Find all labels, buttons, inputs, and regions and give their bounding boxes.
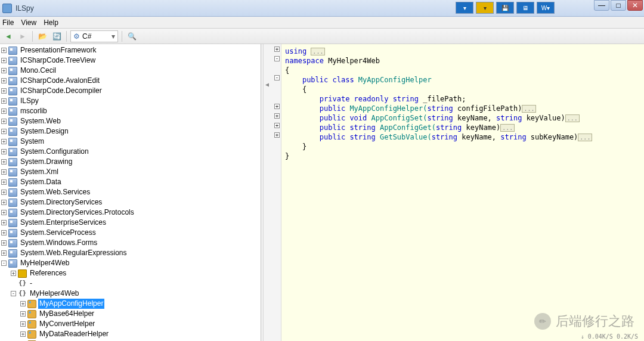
taskbar-save-icon[interactable]: 💾 bbox=[496, 2, 514, 14]
assembly-tree[interactable]: +PresentationFramework+ICSharpCode.TreeV… bbox=[0, 44, 261, 341]
tree-item[interactable]: +ICSharpCode.TreeView bbox=[0, 55, 261, 66]
tree-item[interactable]: -{}MyHelper4Web bbox=[0, 289, 261, 299]
menubar: File View Help bbox=[0, 17, 644, 29]
taskbar-item[interactable]: ▾ bbox=[476, 2, 494, 14]
fold-icon[interactable]: + bbox=[274, 46, 280, 52]
expand-icon[interactable]: + bbox=[1, 58, 7, 63]
expand-icon[interactable]: + bbox=[1, 68, 7, 73]
class-icon bbox=[27, 320, 36, 328]
expand-icon[interactable]: + bbox=[20, 321, 26, 327]
tree-item[interactable]: +System.Windows.Forms bbox=[0, 238, 261, 248]
tree-item[interactable]: +System.Configuration bbox=[0, 147, 261, 157]
expand-icon[interactable]: + bbox=[1, 220, 7, 225]
tree-item[interactable]: {}- bbox=[0, 278, 261, 289]
expand-icon[interactable]: + bbox=[1, 210, 7, 215]
fold-icon[interactable]: - bbox=[274, 56, 280, 61]
tree-item[interactable]: +System.EnterpriseServices bbox=[0, 218, 261, 228]
expand-icon[interactable]: + bbox=[1, 78, 7, 83]
tree-item[interactable]: +MyAppConfigHelper bbox=[0, 299, 261, 309]
expand-icon[interactable]: + bbox=[20, 301, 26, 306]
fold-icon[interactable]: + bbox=[274, 104, 280, 109]
fold-icon[interactable]: + bbox=[274, 113, 280, 119]
tree-item[interactable]: +System.Drawing bbox=[0, 157, 261, 167]
collapse-icon[interactable]: - bbox=[1, 261, 7, 266]
tree-label: mscorlib bbox=[19, 106, 48, 116]
expand-icon[interactable]: + bbox=[1, 149, 7, 154]
tree-item[interactable]: +References bbox=[0, 268, 261, 278]
open-button[interactable]: 📂 bbox=[36, 30, 48, 42]
close-button[interactable]: ✕ bbox=[627, 0, 643, 11]
expand-icon[interactable]: + bbox=[20, 311, 26, 317]
expand-icon[interactable]: + bbox=[1, 159, 7, 165]
expand-icon[interactable]: + bbox=[20, 331, 26, 337]
forward-button[interactable]: ► bbox=[17, 30, 29, 42]
assembly-icon bbox=[8, 219, 17, 227]
tree-label: MyHelper4Web bbox=[29, 289, 80, 299]
tree-item[interactable]: +MyBase64Helper bbox=[0, 309, 261, 319]
tree-item[interactable]: +System.Web.Services bbox=[0, 187, 261, 197]
expand-icon[interactable]: + bbox=[1, 129, 7, 134]
expand-icon[interactable]: + bbox=[1, 48, 7, 53]
assembly-icon bbox=[8, 199, 17, 207]
language-select[interactable]: ⚙ C# ▾ bbox=[70, 30, 118, 42]
tree-item[interactable]: +Mono.Cecil bbox=[0, 66, 261, 76]
assembly-icon bbox=[8, 97, 17, 106]
tree-item[interactable]: +System.DirectoryServices bbox=[0, 197, 261, 207]
taskbar-word-icon[interactable]: W▾ bbox=[537, 2, 555, 14]
tree-item[interactable]: +ICSharpCode.Decompiler bbox=[0, 86, 261, 96]
tree-label: ICSharpCode.Decompiler bbox=[19, 86, 103, 96]
class-icon bbox=[27, 330, 36, 339]
expand-icon[interactable]: + bbox=[1, 190, 7, 195]
menu-help[interactable]: Help bbox=[44, 18, 58, 27]
fold-icon[interactable]: - bbox=[274, 75, 280, 80]
taskbar-item[interactable]: ▾ bbox=[456, 2, 473, 14]
expand-icon[interactable]: + bbox=[1, 250, 7, 256]
expand-icon[interactable]: + bbox=[1, 230, 7, 235]
tree-item[interactable]: +PresentationFramework bbox=[0, 45, 261, 55]
tree-item[interactable]: +System.DirectoryServices.Protocols bbox=[0, 207, 261, 218]
arrow-icon[interactable]: ◀ bbox=[265, 81, 269, 88]
expand-icon[interactable]: + bbox=[11, 271, 16, 276]
window-title: ILSpy bbox=[16, 4, 34, 13]
expand-icon[interactable]: + bbox=[1, 179, 7, 185]
tree-item[interactable]: +MyConvertHelper bbox=[0, 319, 261, 329]
menu-file[interactable]: File bbox=[2, 18, 14, 27]
expand-icon[interactable]: + bbox=[1, 88, 7, 94]
assembly-icon bbox=[8, 46, 17, 55]
tree-item[interactable]: +System.ServiceProcess bbox=[0, 228, 261, 238]
tree-item[interactable]: +System bbox=[0, 137, 261, 147]
menu-view[interactable]: View bbox=[21, 18, 36, 27]
expand-icon[interactable]: + bbox=[1, 119, 7, 124]
assembly-icon bbox=[8, 188, 17, 197]
tree-item[interactable]: -MyHelper4Web bbox=[0, 258, 261, 268]
tree-label: System.Web.Services bbox=[19, 187, 91, 197]
expand-icon[interactable]: + bbox=[1, 108, 7, 114]
search-button[interactable]: 🔍 bbox=[126, 30, 138, 42]
collapse-icon[interactable]: - bbox=[11, 291, 16, 296]
expand-icon[interactable]: + bbox=[1, 98, 7, 104]
tree-label: MyAppConfigHelper bbox=[38, 299, 104, 309]
expand-icon[interactable]: + bbox=[1, 200, 7, 205]
reload-button[interactable]: 🔄 bbox=[51, 30, 63, 42]
tree-item[interactable]: +ILSpy bbox=[0, 96, 261, 106]
back-button[interactable]: ◄ bbox=[2, 30, 14, 42]
expand-icon[interactable]: + bbox=[1, 139, 7, 144]
code-body: using ... namespace MyHelper4Web { publi… bbox=[281, 44, 644, 163]
tree-label: System.Xml bbox=[19, 167, 60, 177]
minimize-button[interactable]: — bbox=[594, 0, 609, 11]
tree-item[interactable]: +System.Design bbox=[0, 126, 261, 137]
tree-item[interactable]: +System.Data bbox=[0, 177, 261, 187]
expand-icon[interactable]: + bbox=[1, 169, 7, 175]
fold-icon[interactable]: + bbox=[274, 123, 280, 128]
taskbar-monitor-icon[interactable]: 🖥 bbox=[516, 2, 534, 14]
tree-item[interactable]: +mscorlib bbox=[0, 106, 261, 116]
maximize-button[interactable]: □ bbox=[611, 0, 626, 11]
tree-item[interactable]: +MyDataReaderHelper bbox=[0, 329, 261, 339]
expand-icon[interactable]: + bbox=[1, 240, 7, 246]
fold-icon[interactable]: + bbox=[274, 132, 280, 138]
tree-item[interactable]: +ICSharpCode.AvalonEdit bbox=[0, 76, 261, 86]
code-editor[interactable]: + - - + + + + ◀ using ... namespace MyHe… bbox=[264, 44, 644, 341]
tree-item[interactable]: +System.Xml bbox=[0, 167, 261, 177]
tree-item[interactable]: +System.Web bbox=[0, 116, 261, 126]
tree-item[interactable]: +System.Web.RegularExpressions bbox=[0, 248, 261, 258]
